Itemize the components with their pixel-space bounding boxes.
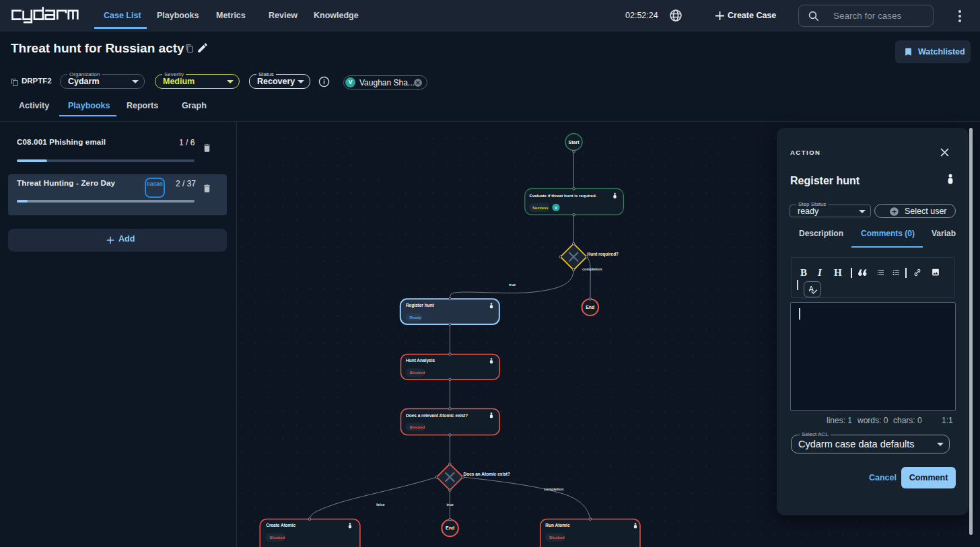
svg-text:completion: completion (544, 487, 564, 491)
svg-text:Hunt Analysis: Hunt Analysis (406, 358, 435, 363)
svg-text:Evaluate if threat hunt is req: Evaluate if threat hunt is required. (530, 193, 597, 198)
svg-text:Does a relevant Atomic exist?: Does a relevant Atomic exist? (406, 413, 468, 418)
svg-text:V: V (555, 206, 557, 210)
svg-text:End: End (586, 305, 594, 309)
svg-text:completion: completion (582, 267, 602, 271)
svg-text:true: true (509, 283, 516, 287)
svg-text:Success: Success (532, 206, 549, 210)
svg-text:Hunt required?: Hunt required? (588, 252, 619, 257)
svg-text:Start: Start (569, 140, 580, 145)
svg-text:Blocked: Blocked (270, 536, 285, 540)
svg-text:End: End (446, 525, 454, 530)
svg-text:Ready: Ready (410, 316, 422, 320)
svg-text:Create Atomic: Create Atomic (266, 523, 295, 527)
svg-text:Blocked: Blocked (410, 371, 425, 375)
svg-text:Blocked: Blocked (410, 425, 425, 429)
svg-text:Run Atomic: Run Atomic (545, 523, 570, 527)
svg-text:false: false (376, 503, 385, 507)
svg-text:Blocked: Blocked (549, 536, 565, 540)
svg-text:Does an Atomic exist?: Does an Atomic exist? (464, 472, 511, 476)
svg-text:true: true (447, 503, 454, 507)
svg-text:Register hunt: Register hunt (406, 303, 435, 308)
